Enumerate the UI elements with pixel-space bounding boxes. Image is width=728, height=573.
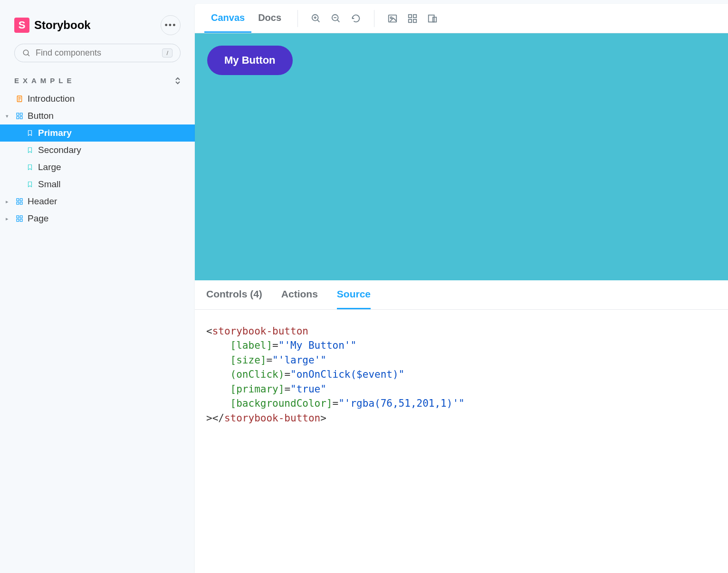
sort-icon[interactable]: [175, 77, 181, 85]
search-container: /: [0, 44, 195, 72]
svg-rect-10: [17, 199, 19, 201]
code-text: "true": [290, 383, 326, 395]
tab-actions[interactable]: Actions: [281, 280, 318, 309]
svg-rect-27: [409, 14, 412, 17]
grid-icon: [407, 13, 418, 24]
toolbar-separator: [374, 10, 374, 27]
menu-button[interactable]: •••: [161, 15, 181, 35]
search-icon: [22, 49, 31, 57]
svg-rect-32: [433, 17, 436, 22]
svg-point-26: [390, 17, 392, 19]
tree-item-button[interactable]: ▾ Button: [0, 107, 195, 124]
svg-rect-30: [413, 19, 416, 22]
source-code-panel: <storybook-button [label]="'My Button'" …: [195, 310, 728, 439]
search-input[interactable]: [36, 48, 162, 58]
tree-item-large[interactable]: Large: [0, 159, 195, 176]
svg-rect-29: [409, 19, 412, 22]
document-icon: [15, 95, 24, 103]
tree-item-small[interactable]: Small: [0, 176, 195, 193]
caret-down-icon: ▾: [6, 113, 11, 119]
tree-item-introduction[interactable]: Introduction: [0, 90, 195, 107]
toolbar: Canvas Docs: [195, 4, 728, 33]
viewport-icon: [427, 13, 438, 24]
zoom-out-button[interactable]: [327, 10, 345, 27]
component-icon: [15, 214, 24, 223]
code-text: (onClick): [230, 369, 285, 380]
svg-rect-15: [20, 216, 22, 218]
refresh-icon: [351, 13, 361, 24]
tab-source[interactable]: Source: [337, 280, 371, 309]
canvas-preview: My Button: [195, 33, 728, 280]
svg-rect-9: [20, 116, 22, 119]
section-label: EXAMPLE: [14, 76, 76, 85]
zoom-in-icon: [311, 13, 321, 24]
story-icon: [26, 146, 34, 154]
svg-rect-14: [17, 216, 19, 218]
code-text: ></: [206, 412, 224, 424]
tree-label: Header: [28, 196, 57, 207]
tree-item-header[interactable]: ▸ Header: [0, 193, 195, 210]
caret-right-icon: ▸: [6, 216, 11, 222]
nav-tree: Introduction ▾ Button Primary Secondary: [0, 90, 195, 227]
code-text: [label]: [230, 340, 273, 351]
zoom-in-button[interactable]: [307, 10, 325, 27]
svg-rect-13: [20, 202, 22, 204]
toolbar-separator: [297, 10, 298, 27]
component-icon: [15, 112, 24, 120]
tree-label: Primary: [38, 128, 72, 138]
code-text: storybook-button: [212, 325, 308, 337]
code-text: "onOnClick($event)": [290, 369, 404, 380]
brand: S Storybook: [14, 18, 91, 33]
background-button[interactable]: [384, 10, 401, 27]
code-text: <: [206, 325, 212, 337]
code-text: [size]: [230, 354, 267, 366]
view-tabs: Canvas Docs: [204, 4, 288, 33]
preview-my-button[interactable]: My Button: [207, 46, 293, 75]
code-text: [primary]: [230, 383, 285, 395]
tab-canvas[interactable]: Canvas: [204, 4, 251, 33]
image-icon: [387, 13, 398, 24]
sidebar-header: S Storybook •••: [0, 10, 195, 44]
tree-label: Large: [38, 162, 61, 172]
tree-item-page[interactable]: ▸ Page: [0, 210, 195, 227]
caret-right-icon: ▸: [6, 199, 11, 205]
svg-rect-12: [17, 202, 19, 204]
svg-rect-31: [429, 15, 434, 22]
storybook-logo-icon: S: [14, 18, 29, 33]
svg-rect-17: [20, 219, 22, 221]
viewport-button[interactable]: [424, 10, 441, 27]
addon-tabs: Controls (4) Actions Source: [195, 280, 728, 310]
ellipsis-icon: •••: [165, 20, 177, 30]
tree-label: Button: [28, 111, 54, 121]
tree-label: Page: [28, 213, 48, 224]
svg-point-0: [23, 50, 29, 55]
svg-rect-8: [17, 116, 19, 119]
tab-docs[interactable]: Docs: [251, 4, 288, 33]
tree-item-secondary[interactable]: Secondary: [0, 142, 195, 159]
search-shortcut-badge: /: [162, 48, 172, 57]
svg-line-19: [317, 19, 320, 22]
tab-controls[interactable]: Controls (4): [206, 280, 262, 309]
code-text: "'rgba(76,51,201,1)'": [338, 398, 465, 409]
tree-label: Small: [38, 179, 61, 190]
section-header[interactable]: EXAMPLE: [0, 72, 195, 90]
story-icon: [26, 180, 34, 189]
tree-label: Introduction: [28, 94, 75, 104]
zoom-reset-button[interactable]: [347, 10, 364, 27]
code-text: "'My Button'": [278, 340, 356, 351]
svg-rect-16: [17, 219, 19, 221]
code-text: storybook-button: [224, 412, 320, 424]
component-icon: [15, 197, 24, 206]
svg-rect-7: [20, 113, 22, 115]
svg-line-1: [28, 54, 29, 56]
tree-item-primary[interactable]: Primary: [0, 124, 195, 142]
search-field[interactable]: /: [14, 44, 181, 62]
code-text: >: [320, 412, 326, 424]
main-panel: Canvas Docs My Button Controls (4) Actio…: [195, 4, 728, 573]
brand-title: Storybook: [34, 19, 91, 32]
zoom-out-icon: [331, 13, 341, 24]
code-text: "'large'": [272, 354, 326, 366]
story-icon: [26, 163, 34, 172]
grid-button[interactable]: [404, 10, 421, 27]
code-text: [backgroundColor]: [230, 398, 333, 409]
